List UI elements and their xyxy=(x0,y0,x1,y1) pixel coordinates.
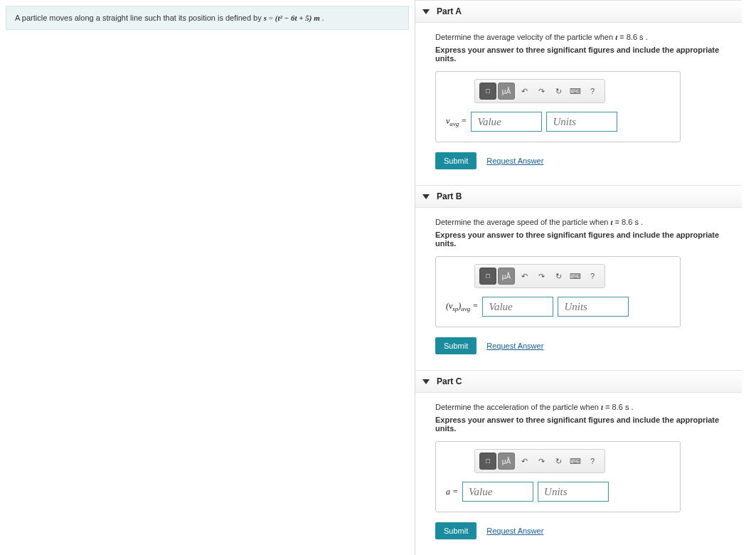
question-part: Part B Determine the average speed of th… xyxy=(415,185,742,357)
answer-panel: □ μÅ ↶ ↷ ↻ ⌨ ? (vsp)avg = xyxy=(435,256,681,327)
help-icon[interactable]: ? xyxy=(585,83,600,100)
help-icon[interactable]: ? xyxy=(585,268,600,285)
reset-icon[interactable]: ↻ xyxy=(550,268,566,285)
part-prompt: Determine the average speed of the parti… xyxy=(435,218,742,226)
reset-icon[interactable]: ↻ xyxy=(550,83,566,100)
request-answer-link[interactable]: Request Answer xyxy=(486,157,543,165)
value-input[interactable] xyxy=(471,112,542,132)
redo-icon[interactable]: ↷ xyxy=(533,453,549,470)
submit-button[interactable]: Submit xyxy=(435,152,477,169)
submit-button[interactable]: Submit xyxy=(435,337,477,354)
variable-label: a = xyxy=(446,487,458,497)
part-header[interactable]: Part A xyxy=(415,0,742,23)
symbols-button[interactable]: μÅ xyxy=(498,268,515,285)
units-input[interactable] xyxy=(546,112,617,132)
equation-toolbar: □ μÅ ↶ ↷ ↻ ⌨ ? xyxy=(474,449,605,473)
submit-button[interactable]: Submit xyxy=(435,522,477,539)
help-icon[interactable]: ? xyxy=(585,453,600,470)
chevron-down-icon xyxy=(422,9,430,14)
part-prompt: Determine the acceleration of the partic… xyxy=(435,403,742,411)
equation-toolbar: □ μÅ ↶ ↷ ↻ ⌨ ? xyxy=(474,79,605,103)
part-header[interactable]: Part B xyxy=(415,185,742,208)
variable-label: (vsp)avg = xyxy=(446,301,478,312)
symbols-button[interactable]: μÅ xyxy=(498,83,515,100)
part-prompt: Determine the average velocity of the pa… xyxy=(435,33,742,41)
templates-button[interactable]: □ xyxy=(479,83,496,100)
request-answer-link[interactable]: Request Answer xyxy=(486,527,543,535)
part-instruction: Express your answer to three significant… xyxy=(435,46,742,63)
question-part: Part C Determine the acceleration of the… xyxy=(415,370,742,542)
request-answer-link[interactable]: Request Answer xyxy=(486,342,543,350)
part-title: Part C xyxy=(437,376,462,386)
undo-icon[interactable]: ↶ xyxy=(516,453,532,470)
part-instruction: Express your answer to three significant… xyxy=(435,416,742,433)
keyboard-icon[interactable]: ⌨ xyxy=(568,83,583,100)
units-input[interactable] xyxy=(538,482,609,502)
problem-statement: A particle moves along a straight line s… xyxy=(6,6,409,30)
equation-toolbar: □ μÅ ↶ ↷ ↻ ⌨ ? xyxy=(474,264,605,288)
redo-icon[interactable]: ↷ xyxy=(533,268,549,285)
variable-label: vavg = xyxy=(446,116,467,127)
answer-panel: □ μÅ ↶ ↷ ↻ ⌨ ? vavg = xyxy=(435,71,681,142)
chevron-down-icon xyxy=(422,194,430,199)
templates-button[interactable]: □ xyxy=(479,268,496,285)
undo-icon[interactable]: ↶ xyxy=(516,268,532,285)
keyboard-icon[interactable]: ⌨ xyxy=(568,268,583,285)
value-input[interactable] xyxy=(482,297,553,317)
reset-icon[interactable]: ↻ xyxy=(550,453,566,470)
part-title: Part B xyxy=(437,191,462,201)
undo-icon[interactable]: ↶ xyxy=(516,83,532,100)
problem-text: A particle moves along a straight line s… xyxy=(15,14,264,22)
part-instruction: Express your answer to three significant… xyxy=(435,231,742,248)
value-input[interactable] xyxy=(462,482,533,502)
redo-icon[interactable]: ↷ xyxy=(533,83,549,100)
keyboard-icon[interactable]: ⌨ xyxy=(568,453,583,470)
part-header[interactable]: Part C xyxy=(415,370,742,393)
chevron-down-icon xyxy=(422,379,430,384)
part-title: Part A xyxy=(437,6,462,16)
question-part: Part A Determine the average velocity of… xyxy=(415,0,742,172)
symbols-button[interactable]: μÅ xyxy=(498,453,515,470)
templates-button[interactable]: □ xyxy=(479,453,496,470)
units-input[interactable] xyxy=(558,297,629,317)
answer-panel: □ μÅ ↶ ↷ ↻ ⌨ ? a = xyxy=(435,441,681,512)
problem-equation: s = (t² − 6t + 5) m xyxy=(264,14,322,22)
